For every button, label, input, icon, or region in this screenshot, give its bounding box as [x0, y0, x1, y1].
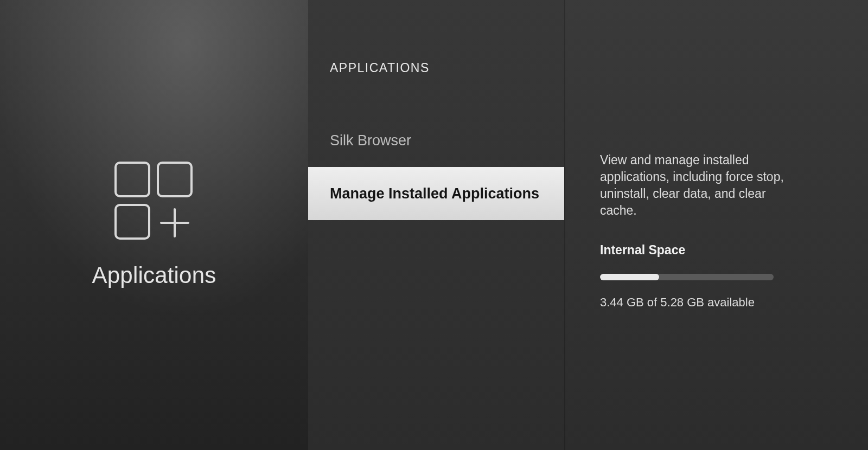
menu-item-silk-browser[interactable]: Silk Browser	[308, 114, 564, 167]
section-heading: APPLICATIONS	[330, 61, 430, 75]
menu-item-label: Silk Browser	[330, 132, 411, 149]
svg-rect-1	[158, 163, 192, 196]
detail-panel: View and manage installed applications, …	[565, 0, 868, 450]
menu-item-manage-installed-applications[interactable]: Manage Installed Applications	[308, 167, 564, 220]
settings-screen: Applications APPLICATIONS Silk Browser M…	[0, 0, 868, 450]
menu-item-label: Manage Installed Applications	[330, 185, 539, 202]
applications-icon	[114, 162, 194, 241]
storage-text: 3.44 GB of 5.28 GB available	[600, 295, 833, 310]
storage-bar	[600, 274, 774, 280]
description-text: View and manage installed applications, …	[600, 152, 795, 219]
svg-rect-0	[116, 163, 149, 196]
storage-heading: Internal Space	[600, 243, 833, 258]
category-title: Applications	[92, 262, 216, 288]
menu-panel: APPLICATIONS Silk Browser Manage Install…	[308, 0, 565, 450]
svg-rect-2	[116, 205, 149, 239]
storage-bar-fill	[600, 274, 659, 280]
category-panel: Applications	[0, 0, 308, 450]
menu-list: Silk Browser Manage Installed Applicatio…	[308, 114, 564, 220]
